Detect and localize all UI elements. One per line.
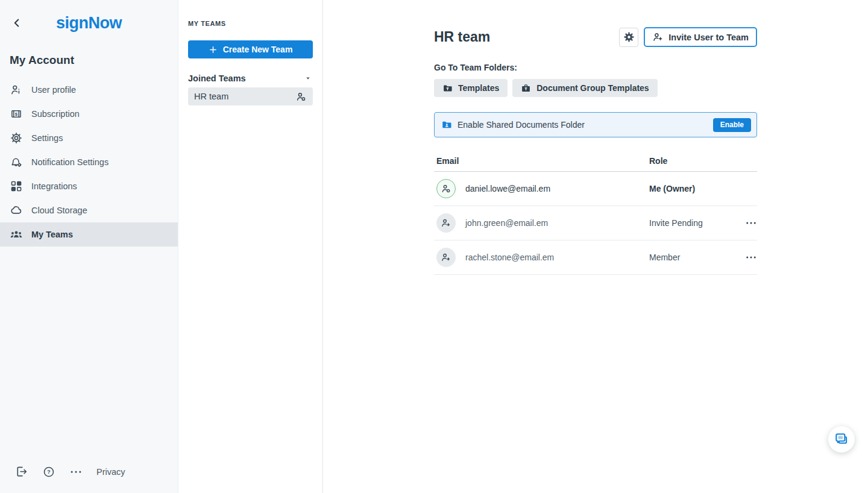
- member-role: Member: [649, 253, 739, 262]
- shared-documents-banner: Enable Shared Documents Folder Enable: [434, 112, 757, 137]
- notification-bell-icon: [10, 155, 23, 169]
- sidebar-item-user-profile[interactable]: User profile: [0, 78, 178, 102]
- svg-text:$: $: [15, 111, 18, 117]
- table-header: Email Role: [434, 156, 757, 172]
- table-row: rachel.stone@email.em Member: [434, 240, 757, 275]
- team-title: HR team: [434, 27, 490, 47]
- email-column-header: Email: [434, 156, 649, 166]
- account-sidebar: signNow My Account User profile $ Subscr…: [0, 0, 178, 493]
- templates-label: Templates: [458, 83, 499, 93]
- team-members-table: Email Role daniel.lowe@email.em Me (Owne…: [434, 156, 757, 275]
- shared-folder-icon: [441, 119, 452, 130]
- sidebar-item-label: Settings: [31, 133, 63, 143]
- template-folder-icon: [442, 83, 453, 93]
- sidebar-item-subscription[interactable]: $ Subscription: [0, 102, 178, 126]
- avatar: [436, 248, 456, 267]
- row-menu-button[interactable]: [745, 251, 757, 263]
- sidebar-item-label: Notification Settings: [31, 157, 108, 167]
- member-email: rachel.stone@email.em: [465, 253, 554, 262]
- teams-panel-header: MY TEAMS: [188, 20, 313, 28]
- document-group-templates-label: Document Group Templates: [536, 83, 649, 93]
- team-detail-main: HR team Invite User to Team Go To Team F…: [323, 0, 868, 493]
- avatar: [436, 179, 456, 198]
- chevron-left-icon: [10, 16, 24, 30]
- member-role: Me (Owner): [649, 184, 739, 193]
- ellipsis-icon: [69, 465, 83, 479]
- member-email: john.green@email.em: [465, 218, 548, 228]
- enable-shared-folder-button[interactable]: Enable: [713, 118, 751, 132]
- member-email: daniel.lowe@email.em: [465, 184, 550, 193]
- invite-user-to-team-button[interactable]: Invite User to Team: [644, 27, 757, 47]
- sidebar-item-cloud-storage[interactable]: Cloud Storage: [0, 198, 178, 222]
- sidebar-item-label: Cloud Storage: [31, 206, 87, 215]
- integrations-icon: [10, 180, 23, 193]
- create-new-team-button[interactable]: Create New Team: [188, 40, 313, 58]
- account-nav: User profile $ Subscription Settings Not…: [0, 78, 178, 246]
- plus-icon: [209, 45, 218, 54]
- ellipsis-icon: [745, 217, 757, 229]
- my-teams-icon: [10, 228, 23, 241]
- create-new-team-label: Create New Team: [223, 45, 293, 54]
- invite-user-label: Invite User to Team: [668, 33, 749, 42]
- privacy-link[interactable]: Privacy: [96, 467, 125, 477]
- signnow-logo[interactable]: signNow: [0, 14, 178, 31]
- chat-icon: [834, 432, 849, 447]
- live-chat-button[interactable]: [828, 426, 855, 453]
- back-button[interactable]: [10, 16, 24, 30]
- sidebar-item-notification-settings[interactable]: Notification Settings: [0, 150, 178, 174]
- member-role: Invite Pending: [649, 218, 739, 228]
- banner-text: Enable Shared Documents Folder: [458, 120, 585, 130]
- help-icon: ?: [42, 465, 55, 479]
- gear-icon: [624, 32, 634, 42]
- team-settings-button[interactable]: [619, 28, 638, 47]
- joined-teams-label: Joined Teams: [188, 74, 246, 83]
- go-to-team-folders-label: Go To Team Folders:: [434, 62, 757, 74]
- sidebar-item-my-teams[interactable]: My Teams: [0, 222, 178, 246]
- sidebar-item-label: My Teams: [31, 230, 73, 239]
- templates-folder-button[interactable]: Templates: [434, 79, 508, 97]
- subscription-icon: $: [10, 107, 23, 121]
- team-owner-icon: [295, 91, 307, 102]
- help-button[interactable]: ?: [42, 465, 55, 479]
- sidebar-item-settings[interactable]: Settings: [0, 126, 178, 150]
- row-menu-button[interactable]: [745, 217, 757, 229]
- cloud-icon: [10, 204, 23, 217]
- table-row: john.green@email.em Invite Pending: [434, 206, 757, 240]
- settings-gear-icon: [10, 131, 23, 145]
- avatar: [436, 213, 456, 233]
- sidebar-item-label: Subscription: [31, 109, 80, 119]
- chevron-down-icon: [305, 75, 311, 81]
- sidebar-footer: ? Privacy: [14, 465, 125, 479]
- logout-icon: [14, 465, 28, 479]
- sidebar-header: signNow: [0, 0, 178, 31]
- joined-teams-toggle[interactable]: Joined Teams: [188, 74, 313, 83]
- person-plus-icon: [652, 31, 664, 43]
- sidebar-item-label: Integrations: [31, 181, 77, 191]
- ellipsis-icon: [745, 251, 757, 263]
- team-name: HR team: [194, 92, 228, 101]
- more-options-button[interactable]: [69, 465, 83, 479]
- team-list-item-hr-team[interactable]: HR team: [188, 87, 313, 105]
- user-profile-icon: [10, 83, 23, 96]
- teams-panel: MY TEAMS Create New Team Joined Teams HR…: [178, 0, 323, 493]
- document-group-templates-button[interactable]: Document Group Templates: [512, 79, 657, 97]
- document-group-templates-icon: [521, 83, 531, 93]
- page-title: My Account: [10, 53, 168, 68]
- table-row: daniel.lowe@email.em Me (Owner): [434, 172, 757, 206]
- svg-text:?: ?: [47, 469, 50, 475]
- logout-button[interactable]: [14, 465, 28, 479]
- sidebar-item-integrations[interactable]: Integrations: [0, 174, 178, 198]
- sidebar-item-label: User profile: [31, 85, 76, 95]
- role-column-header: Role: [649, 156, 739, 166]
